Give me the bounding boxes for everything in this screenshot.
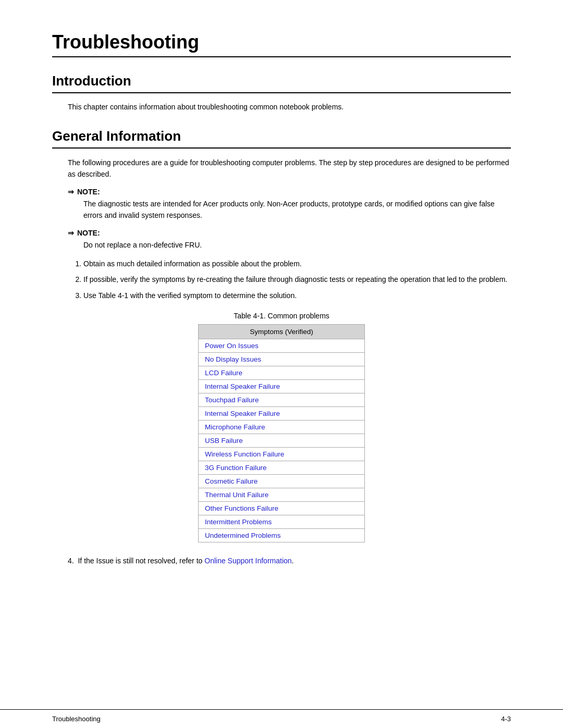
table-row-link[interactable]: Internal Speaker Failure [205, 410, 280, 417]
table-row[interactable]: LCD Failure [199, 366, 365, 380]
table-row-link[interactable]: No Display Issues [205, 355, 261, 363]
table-row[interactable]: Internal Speaker Failure [199, 407, 365, 421]
general-info-heading: General Information [52, 128, 511, 144]
table-row[interactable]: Microphone Failure [199, 421, 365, 434]
table-row[interactable]: Thermal Unit Failure [199, 488, 365, 502]
table-row-link[interactable]: LCD Failure [205, 369, 242, 377]
online-support-link[interactable]: Online Support Information [204, 557, 291, 565]
table-row-link[interactable]: Wireless Function Failure [205, 450, 284, 458]
table-row[interactable]: Undetermined Problems [199, 529, 365, 542]
table-row-link[interactable]: Undetermined Problems [205, 532, 281, 539]
table-row[interactable]: Touchpad Failure [199, 393, 365, 407]
table-row[interactable]: Intermittent Problems [199, 515, 365, 529]
step-2: If possible, verify the symptoms by re-c… [83, 274, 511, 285]
table-row-link[interactable]: Intermittent Problems [205, 518, 272, 526]
step-3: Use Table 4-1 with the verified symptom … [83, 290, 511, 301]
table-row[interactable]: Internal Speaker Failure [199, 380, 365, 393]
table-row-link[interactable]: Thermal Unit Failure [205, 491, 268, 499]
table-row-link[interactable]: Microphone Failure [205, 423, 265, 431]
introduction-divider [52, 92, 511, 93]
table-row[interactable]: USB Failure [199, 434, 365, 448]
page-container: Troubleshooting Introduction This chapte… [0, 0, 563, 630]
table-row[interactable]: Other Functions Failure [199, 502, 365, 515]
table-caption: Table 4-1. Common problems [234, 312, 329, 320]
table-header: Symptoms (Verified) [199, 325, 365, 339]
page-footer: Troubleshooting 4-3 [0, 709, 563, 728]
table-container: Table 4-1. Common problems Symptoms (Ver… [52, 312, 511, 542]
table-row[interactable]: Cosmetic Failure [199, 475, 365, 488]
table-row[interactable]: Power On Issues [199, 339, 365, 353]
note-2-content: Do not replace a non-defective FRU. [83, 239, 511, 251]
table-row-link[interactable]: Cosmetic Failure [205, 477, 258, 485]
footer-right: 4-3 [501, 715, 511, 723]
steps-list: Obtain as much detailed information as p… [83, 258, 511, 301]
footer-left: Troubleshooting [52, 715, 101, 723]
symptoms-table: Symptoms (Verified) Power On IssuesNo Di… [198, 324, 365, 542]
note-2-heading: NOTE: [77, 229, 100, 237]
note-1-content: The diagnostic tests are intended for Ac… [83, 198, 511, 221]
table-row-link[interactable]: Power On Issues [205, 342, 259, 350]
step-1: Obtain as much detailed information as p… [83, 258, 511, 269]
note-2-label: ⇒ NOTE: [68, 229, 511, 237]
table-row-link[interactable]: Other Functions Failure [205, 504, 278, 512]
note-2-arrow: ⇒ [68, 229, 74, 237]
table-row-link[interactable]: USB Failure [205, 437, 243, 445]
step-4-suffix: . [292, 557, 294, 565]
step-4-prefix: If the Issue is still not resolved, refe… [78, 557, 204, 565]
table-row-link[interactable]: Internal Speaker Failure [205, 382, 280, 390]
table-row[interactable]: No Display Issues [199, 353, 365, 366]
general-info-divider [52, 147, 511, 149]
note-1: ⇒ NOTE: The diagnostic tests are intende… [68, 188, 511, 221]
note-1-arrow: ⇒ [68, 188, 74, 196]
introduction-heading: Introduction [52, 73, 511, 89]
note-1-heading: NOTE: [77, 188, 100, 196]
general-info-text: The following procedures are a guide for… [68, 157, 511, 180]
title-divider [52, 56, 511, 57]
table-row-link[interactable]: 3G Function Failure [205, 464, 267, 472]
note-2: ⇒ NOTE: Do not replace a non-defective F… [68, 229, 511, 251]
note-1-label: ⇒ NOTE: [68, 188, 511, 196]
step-4-text: 4. If the Issue is still not resolved, r… [68, 555, 511, 566]
table-row[interactable]: Wireless Function Failure [199, 448, 365, 461]
introduction-text: This chapter contains information about … [68, 102, 511, 113]
table-row[interactable]: 3G Function Failure [199, 461, 365, 475]
table-row-link[interactable]: Touchpad Failure [205, 396, 259, 404]
page-title: Troubleshooting [52, 31, 511, 53]
